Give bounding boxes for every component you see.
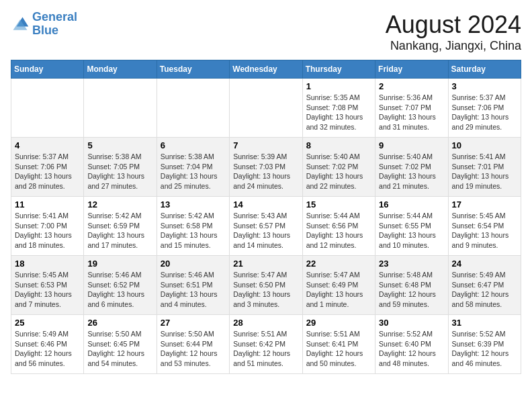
calendar-cell	[11, 79, 84, 138]
day-info: Sunrise: 5:39 AMSunset: 7:03 PMDaylight:…	[233, 152, 298, 191]
day-number: 16	[379, 199, 444, 210]
calendar-cell: 11Sunrise: 5:41 AMSunset: 7:00 PMDayligh…	[11, 197, 84, 256]
calendar-cell: 27Sunrise: 5:50 AMSunset: 6:44 PMDayligh…	[157, 315, 229, 374]
day-info: Sunrise: 5:37 AMSunset: 7:06 PMDaylight:…	[452, 93, 517, 132]
day-number: 27	[161, 318, 226, 328]
day-info: Sunrise: 5:46 AMSunset: 6:52 PMDaylight:…	[87, 270, 152, 310]
day-info: Sunrise: 5:35 AMSunset: 7:08 PMDaylight:…	[306, 93, 371, 132]
day-number: 6	[161, 140, 226, 150]
calendar-cell: 25Sunrise: 5:49 AMSunset: 6:46 PMDayligh…	[11, 315, 84, 374]
calendar-cell	[230, 79, 302, 138]
calendar-cell: 6Sunrise: 5:38 AMSunset: 7:04 PMDaylight…	[157, 138, 229, 197]
calendar-table: SundayMondayTuesdayWednesdayThursdayFrid…	[11, 60, 521, 374]
day-info: Sunrise: 5:36 AMSunset: 7:07 PMDaylight:…	[379, 93, 444, 132]
day-number: 26	[87, 318, 152, 328]
logo-text: General Blue	[32, 11, 77, 38]
calendar-week-row: 11Sunrise: 5:41 AMSunset: 7:00 PMDayligh…	[11, 197, 521, 256]
calendar-cell: 14Sunrise: 5:43 AMSunset: 6:57 PMDayligh…	[230, 197, 302, 256]
calendar-cell: 19Sunrise: 5:46 AMSunset: 6:52 PMDayligh…	[84, 256, 157, 315]
day-info: Sunrise: 5:48 AMSunset: 6:48 PMDaylight:…	[379, 270, 444, 310]
day-info: Sunrise: 5:52 AMSunset: 6:39 PMDaylight:…	[452, 329, 517, 369]
calendar-cell: 4Sunrise: 5:37 AMSunset: 7:06 PMDaylight…	[11, 138, 84, 197]
day-number: 4	[15, 140, 80, 150]
calendar-cell: 5Sunrise: 5:38 AMSunset: 7:05 PMDaylight…	[84, 138, 157, 197]
day-number: 30	[379, 318, 444, 328]
day-info: Sunrise: 5:37 AMSunset: 7:06 PMDaylight:…	[15, 152, 80, 191]
day-info: Sunrise: 5:51 AMSunset: 6:41 PMDaylight:…	[306, 329, 371, 369]
day-info: Sunrise: 5:38 AMSunset: 7:04 PMDaylight:…	[161, 152, 226, 191]
calendar-cell: 10Sunrise: 5:41 AMSunset: 7:01 PMDayligh…	[448, 138, 521, 197]
weekday-header-monday: Monday	[84, 60, 157, 79]
calendar-cell	[157, 79, 229, 138]
logo-line1: General	[32, 10, 77, 24]
calendar-cell: 16Sunrise: 5:44 AMSunset: 6:55 PMDayligh…	[375, 197, 448, 256]
day-info: Sunrise: 5:40 AMSunset: 7:02 PMDaylight:…	[306, 152, 371, 191]
calendar-cell: 2Sunrise: 5:36 AMSunset: 7:07 PMDaylight…	[375, 79, 448, 138]
calendar-cell: 17Sunrise: 5:45 AMSunset: 6:54 PMDayligh…	[448, 197, 521, 256]
day-number: 14	[233, 199, 298, 210]
logo: General Blue	[11, 11, 77, 38]
day-number: 8	[306, 140, 371, 150]
calendar-cell: 1Sunrise: 5:35 AMSunset: 7:08 PMDaylight…	[302, 79, 375, 138]
day-info: Sunrise: 5:43 AMSunset: 6:57 PMDaylight:…	[233, 211, 298, 250]
calendar-cell: 18Sunrise: 5:45 AMSunset: 6:53 PMDayligh…	[11, 256, 84, 315]
logo-line2: Blue	[32, 24, 58, 37]
calendar-week-row: 4Sunrise: 5:37 AMSunset: 7:06 PMDaylight…	[11, 138, 521, 197]
weekday-header-saturday: Saturday	[448, 60, 521, 79]
calendar-cell: 12Sunrise: 5:42 AMSunset: 6:59 PMDayligh…	[84, 197, 157, 256]
calendar-cell: 29Sunrise: 5:51 AMSunset: 6:41 PMDayligh…	[302, 315, 375, 374]
day-number: 22	[306, 259, 371, 269]
day-number: 28	[233, 318, 298, 328]
day-info: Sunrise: 5:50 AMSunset: 6:45 PMDaylight:…	[87, 329, 152, 369]
day-number: 21	[233, 259, 298, 269]
calendar-cell: 22Sunrise: 5:47 AMSunset: 6:49 PMDayligh…	[302, 256, 375, 315]
page-header: General Blue August 2024 Nankang, Jiangx…	[11, 11, 521, 53]
day-number: 12	[87, 199, 152, 210]
calendar-cell: 31Sunrise: 5:52 AMSunset: 6:39 PMDayligh…	[448, 315, 521, 374]
day-info: Sunrise: 5:38 AMSunset: 7:05 PMDaylight:…	[87, 152, 152, 191]
page-title: August 2024	[386, 11, 521, 39]
day-info: Sunrise: 5:45 AMSunset: 6:54 PMDaylight:…	[452, 211, 517, 250]
calendar-cell: 3Sunrise: 5:37 AMSunset: 7:06 PMDaylight…	[448, 79, 521, 138]
day-number: 7	[233, 140, 298, 150]
weekday-header-row: SundayMondayTuesdayWednesdayThursdayFrid…	[11, 60, 521, 79]
day-number: 13	[161, 199, 226, 210]
day-number: 20	[161, 259, 226, 269]
calendar-cell: 8Sunrise: 5:40 AMSunset: 7:02 PMDaylight…	[302, 138, 375, 197]
day-info: Sunrise: 5:40 AMSunset: 7:02 PMDaylight:…	[379, 152, 444, 191]
calendar-cell: 15Sunrise: 5:44 AMSunset: 6:56 PMDayligh…	[302, 197, 375, 256]
weekday-header-thursday: Thursday	[302, 60, 375, 79]
day-number: 24	[452, 259, 517, 269]
page-subtitle: Nankang, Jiangxi, China	[386, 39, 521, 53]
day-number: 9	[379, 140, 444, 150]
weekday-header-friday: Friday	[375, 60, 448, 79]
calendar-cell: 26Sunrise: 5:50 AMSunset: 6:45 PMDayligh…	[84, 315, 157, 374]
day-info: Sunrise: 5:41 AMSunset: 7:01 PMDaylight:…	[452, 152, 517, 191]
day-number: 25	[15, 318, 80, 328]
calendar-cell: 7Sunrise: 5:39 AMSunset: 7:03 PMDaylight…	[230, 138, 302, 197]
calendar-week-row: 1Sunrise: 5:35 AMSunset: 7:08 PMDaylight…	[11, 79, 521, 138]
day-number: 11	[15, 199, 80, 210]
weekday-header-wednesday: Wednesday	[230, 60, 302, 79]
day-info: Sunrise: 5:44 AMSunset: 6:56 PMDaylight:…	[306, 211, 371, 250]
calendar-cell: 30Sunrise: 5:52 AMSunset: 6:40 PMDayligh…	[375, 315, 448, 374]
day-info: Sunrise: 5:41 AMSunset: 7:00 PMDaylight:…	[15, 211, 80, 250]
title-block: August 2024 Nankang, Jiangxi, China	[386, 11, 521, 53]
day-info: Sunrise: 5:52 AMSunset: 6:40 PMDaylight:…	[379, 329, 444, 369]
day-info: Sunrise: 5:42 AMSunset: 6:59 PMDaylight:…	[87, 211, 152, 250]
day-number: 2	[379, 81, 444, 91]
day-number: 31	[452, 318, 517, 328]
weekday-header-tuesday: Tuesday	[157, 60, 229, 79]
day-info: Sunrise: 5:49 AMSunset: 6:46 PMDaylight:…	[15, 329, 80, 369]
calendar-cell: 28Sunrise: 5:51 AMSunset: 6:42 PMDayligh…	[230, 315, 302, 374]
day-info: Sunrise: 5:44 AMSunset: 6:55 PMDaylight:…	[379, 211, 444, 250]
day-info: Sunrise: 5:47 AMSunset: 6:49 PMDaylight:…	[306, 270, 371, 310]
day-number: 15	[306, 199, 371, 210]
day-number: 19	[87, 259, 152, 269]
day-number: 18	[15, 259, 80, 269]
day-info: Sunrise: 5:51 AMSunset: 6:42 PMDaylight:…	[233, 329, 298, 369]
calendar-week-row: 25Sunrise: 5:49 AMSunset: 6:46 PMDayligh…	[11, 315, 521, 374]
calendar-cell: 21Sunrise: 5:47 AMSunset: 6:50 PMDayligh…	[230, 256, 302, 315]
day-number: 5	[87, 140, 152, 150]
day-number: 3	[452, 81, 517, 91]
